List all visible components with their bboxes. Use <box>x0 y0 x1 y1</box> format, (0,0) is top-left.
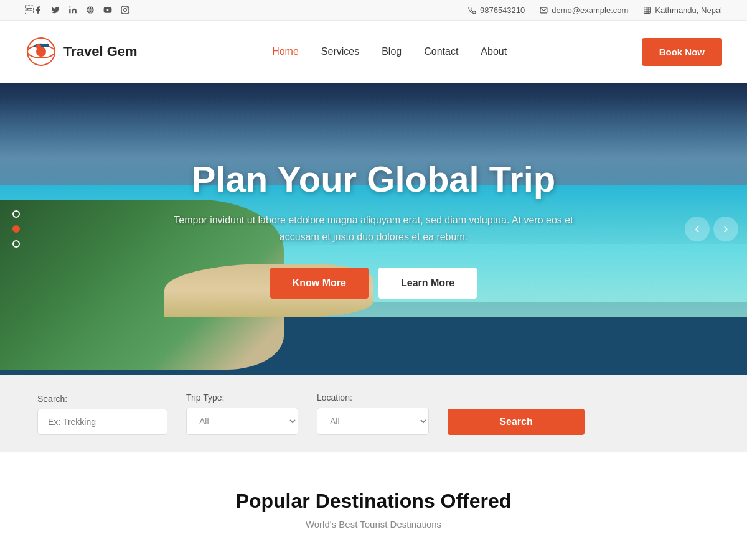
nav-menu: Home Services Blog Contact About <box>272 46 507 57</box>
hero-section: ‹ › Plan Your Global Trip Tempor invidun… <box>0 83 747 375</box>
email-info: demo@example.com <box>540 6 628 15</box>
logo-text: Travel Gem <box>63 44 138 60</box>
slider-next-button[interactable]: › <box>713 217 738 241</box>
navbar: Travel Gem Home Services Blog Contact Ab… <box>0 21 747 83</box>
youtube-icon[interactable] <box>103 6 112 14</box>
hero-buttons: Know More Learn More <box>270 268 477 299</box>
wordpress-icon[interactable] <box>86 6 95 14</box>
know-more-button[interactable]: Know More <box>270 268 369 299</box>
svg-point-14 <box>36 44 41 49</box>
search-section: Search: Trip Type: All Location: All Sea… <box>0 375 747 452</box>
twitter-icon[interactable] <box>51 6 60 14</box>
search-input[interactable] <box>37 409 167 435</box>
nav-home[interactable]: Home <box>272 46 299 57</box>
section-title: Popular Destinations Offered <box>25 490 722 513</box>
hero-content: Plan Your Global Trip Tempor invidunt ut… <box>0 83 747 375</box>
trip-type-select[interactable]: All <box>186 408 298 435</box>
hero-subtitle: Tempor invidunt ut labore etdolore magna… <box>162 212 585 245</box>
trip-type-label: Trip Type: <box>186 393 298 403</box>
location-label: Location: <box>317 393 429 403</box>
nav-blog[interactable]: Blog <box>382 46 402 57</box>
search-button[interactable]: Search <box>448 409 585 435</box>
facebook-icon[interactable]:  <box>25 5 42 15</box>
social-links:  <box>25 5 129 15</box>
search-group: Search: <box>37 394 167 435</box>
svg-point-0 <box>69 6 70 7</box>
phone-info: 9876543210 <box>468 6 525 15</box>
nav-services[interactable]: Services <box>321 46 359 57</box>
section-subtitle: World's Best Tourist Destinations <box>25 519 722 530</box>
location-group: Location: All <box>317 393 429 435</box>
slider-prev-button[interactable]: ‹ <box>685 217 710 241</box>
search-label: Search: <box>37 394 167 404</box>
dot-1[interactable] <box>12 210 20 218</box>
logo[interactable]: Travel Gem <box>25 35 138 68</box>
contact-info: 9876543210 demo@example.com Kathmandu, N… <box>468 6 722 15</box>
slider-dots <box>12 210 20 248</box>
trip-type-group: Trip Type: All <box>186 393 298 435</box>
linkedin-icon[interactable] <box>68 6 77 14</box>
top-bar:  9876543210 demo@example.com Kathmandu,… <box>0 0 747 21</box>
svg-rect-6 <box>644 7 651 13</box>
svg-rect-3 <box>121 6 129 14</box>
nav-contact[interactable]: Contact <box>424 46 458 57</box>
hero-title: Plan Your Global Trip <box>192 159 555 199</box>
location-select[interactable]: All <box>317 408 429 435</box>
svg-point-5 <box>127 7 128 8</box>
dot-2[interactable] <box>12 225 20 233</box>
learn-more-button[interactable]: Learn More <box>378 268 477 299</box>
instagram-icon[interactable] <box>121 6 129 14</box>
book-now-button[interactable]: Book Now <box>642 38 722 66</box>
destinations-section: Popular Destinations Offered World's Bes… <box>0 452 747 554</box>
nav-about[interactable]: About <box>481 46 507 57</box>
svg-point-4 <box>124 9 127 12</box>
location-info: Kathmandu, Nepal <box>643 6 722 15</box>
dot-3[interactable] <box>12 240 20 248</box>
